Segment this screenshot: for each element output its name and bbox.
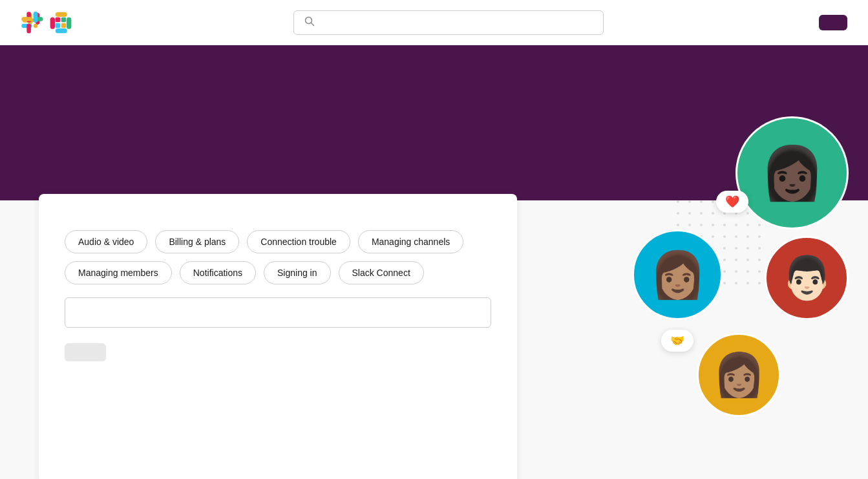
svg-rect-7 <box>34 12 38 22</box>
hero-banner <box>0 45 868 200</box>
svg-rect-12 <box>56 17 60 21</box>
svg-rect-10 <box>67 17 71 28</box>
dot-grid: const dotGrid = document.querySelector('… <box>677 200 765 288</box>
svg-rect-1 <box>21 17 32 21</box>
contact-form-card: Audio & video Billing & plans Connection… <box>39 194 517 479</box>
chip-notifications[interactable]: Notifications <box>180 261 256 284</box>
reaction-handshake-bubble: 🤝 <box>661 330 693 352</box>
avatar-3: 👨🏻 <box>765 236 849 320</box>
svg-rect-9 <box>56 12 67 16</box>
svg-rect-14 <box>56 23 60 27</box>
search-icon <box>304 16 315 29</box>
chip-signing-in[interactable]: Signing in <box>264 261 331 284</box>
chip-audio-video[interactable]: Audio & video <box>65 230 147 253</box>
svg-rect-11 <box>56 28 67 33</box>
svg-rect-13 <box>61 17 66 21</box>
slack-logo <box>21 11 78 34</box>
chip-managing-channels[interactable]: Managing channels <box>358 230 463 253</box>
svg-line-17 <box>311 23 313 25</box>
chip-slack-connect[interactable]: Slack Connect <box>339 261 424 284</box>
chip-billing-plans[interactable]: Billing & plans <box>155 230 239 253</box>
avatar-4: 👩🏽 <box>697 333 781 417</box>
svg-rect-15 <box>61 23 66 27</box>
topic-chips: Audio & video Billing & plans Connection… <box>65 230 491 284</box>
slack-pinwheel-icon <box>49 11 72 34</box>
svg-rect-8 <box>50 17 55 28</box>
topic-input[interactable] <box>65 297 491 328</box>
main-content: Audio & video Billing & plans Connection… <box>0 200 868 479</box>
search-input[interactable] <box>321 17 593 28</box>
avatar-2: 👩🏽 <box>632 229 723 320</box>
svg-rect-4 <box>34 23 38 28</box>
logo-area <box>21 11 78 34</box>
slack-icon <box>21 11 44 34</box>
site-header <box>0 0 868 45</box>
get-help-button[interactable] <box>65 343 106 361</box>
chip-connection-trouble[interactable]: Connection trouble <box>247 230 350 253</box>
your-workspaces-button[interactable] <box>819 15 847 30</box>
search-bar[interactable] <box>293 10 604 35</box>
svg-rect-5 <box>26 23 31 33</box>
chip-managing-members[interactable]: Managing members <box>65 261 172 284</box>
